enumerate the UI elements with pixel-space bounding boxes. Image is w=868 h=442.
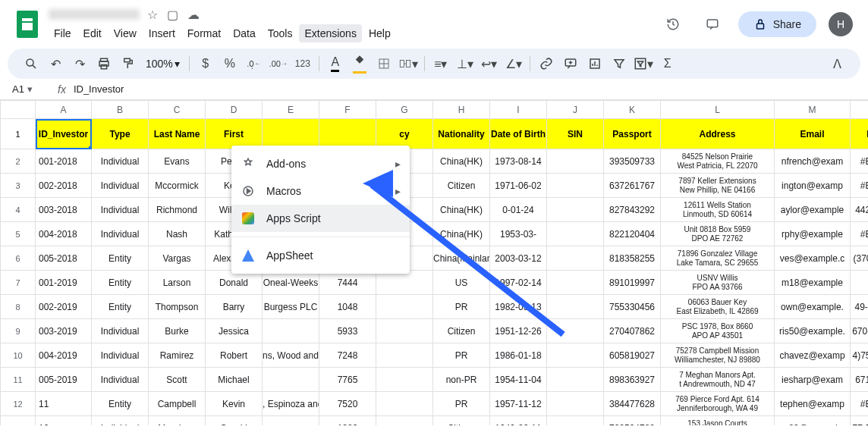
history-icon[interactable] (659, 11, 687, 38)
menu-extensions[interactable]: Extensions (299, 24, 361, 42)
cell[interactable]: 703594788 (604, 416, 661, 426)
functions-icon[interactable]: Σ (656, 52, 679, 75)
cell[interactable]: Individual (92, 416, 149, 426)
menu-apps-script[interactable]: Apps Script (231, 205, 410, 232)
cell[interactable] (547, 174, 604, 198)
cell[interactable]: own@example. (775, 295, 851, 319)
link-icon[interactable] (535, 52, 558, 75)
cell[interactable]: 1953-03- (490, 222, 547, 246)
cell[interactable]: 005-2019 (36, 368, 92, 392)
row-header[interactable]: 7 (1, 271, 36, 295)
wrap-icon[interactable]: ↩▾ (478, 52, 501, 75)
print-icon[interactable] (93, 52, 115, 75)
cell[interactable]: Mendoza (149, 416, 206, 426)
row-header[interactable]: 4 (1, 198, 36, 222)
cell[interactable]: Citizen (433, 416, 490, 426)
cell[interactable] (547, 368, 604, 392)
menu-file[interactable]: File (49, 24, 77, 42)
header-cell[interactable] (319, 119, 376, 149)
currency-format[interactable]: $ (194, 52, 217, 75)
cell[interactable] (547, 392, 604, 416)
name-box[interactable]: A1 ▾ (12, 83, 50, 95)
chart-icon[interactable] (583, 52, 606, 75)
cell[interactable]: Citizen (433, 319, 490, 343)
header-cell[interactable]: Nationality (433, 119, 490, 149)
cell[interactable]: Ramirez (149, 343, 206, 368)
cell[interactable]: 4)755-8721x6 (851, 343, 869, 368)
cell[interactable]: 1971-06-02 (490, 174, 547, 198)
cell[interactable]: Individual (92, 198, 149, 222)
cell[interactable] (376, 368, 433, 392)
cell[interactable]: Individual (92, 368, 149, 392)
cell[interactable]: 12611 Wells StationLinmouth, SD 60614 (661, 198, 775, 222)
cloud-icon[interactable]: ☁ (187, 8, 200, 22)
cell[interactable]: #ERROR! (851, 149, 869, 174)
cell[interactable]: Larson (149, 271, 206, 295)
more-formats[interactable]: 123 (291, 52, 314, 75)
row-header[interactable]: 10 (1, 343, 36, 368)
avatar[interactable]: H (829, 12, 853, 36)
cell[interactable]: 769 Pierce Ford Apt. 614Jenniferborough,… (661, 392, 775, 416)
col-header-H[interactable]: H (433, 101, 490, 119)
spreadsheet-grid[interactable]: ABCDEFGHIJKLMN 1ID_InvestorTypeLast Name… (0, 100, 868, 425)
cell[interactable]: 77-557-1599x (851, 416, 869, 426)
row-header[interactable]: 12 (1, 392, 36, 416)
header-cell[interactable]: ID_Investor (36, 119, 92, 149)
cell[interactable] (547, 319, 604, 343)
cell[interactable]: 1951-12-26 (490, 319, 547, 343)
cell[interactable] (263, 416, 319, 426)
menu-macros[interactable]: Macros ▸ (231, 177, 410, 205)
col-header-L[interactable]: L (661, 101, 775, 119)
cell[interactable]: Robert (206, 343, 263, 368)
cell[interactable]: Unit 0818 Box 5959DPO AE 72762 (661, 222, 775, 246)
cell[interactable]: 49-378-3044 (851, 295, 869, 319)
cell[interactable]: 270407862 (604, 319, 661, 343)
cell[interactable]: Oneal-Weeks (263, 271, 319, 295)
cell[interactable]: 827843292 (604, 198, 661, 222)
rotate-icon[interactable]: ∠▾ (502, 52, 525, 75)
font-color[interactable]: A (324, 52, 347, 75)
row-header[interactable]: 8 (1, 295, 36, 319)
cell[interactable]: Richmond (149, 198, 206, 222)
header-cell[interactable]: Date of Birth (490, 119, 547, 149)
cell[interactable]: Michael (206, 368, 263, 392)
menu-insert[interactable]: Insert (143, 24, 181, 42)
cell[interactable] (547, 198, 604, 222)
cell[interactable] (376, 295, 433, 319)
share-button[interactable]: Share (738, 11, 816, 37)
cell[interactable] (376, 343, 433, 368)
cell[interactable]: Evans (149, 149, 206, 174)
col-header-I[interactable]: I (490, 101, 547, 119)
cell[interactable]: 153 Jason CourtsNorth Kristy, NC 33500 (661, 416, 775, 426)
cell[interactable]: non-PR (433, 368, 490, 392)
cell[interactable]: nfrench@exam (775, 149, 851, 174)
row-header[interactable]: 13 (1, 416, 36, 426)
paint-format-icon[interactable] (117, 52, 140, 75)
cell[interactable]: 12 (36, 416, 92, 426)
cell[interactable]: 393509733 (604, 149, 661, 174)
header-cell[interactable]: Passport (604, 119, 661, 149)
col-header-A[interactable]: A (36, 101, 92, 119)
cell[interactable]: 891019997 (604, 271, 661, 295)
row-header[interactable]: 9 (1, 319, 36, 343)
cell[interactable]: ns, Wood and M (263, 343, 319, 368)
cell[interactable]: #ERROR! (851, 222, 869, 246)
cell[interactable]: 11 (36, 392, 92, 416)
sheets-logo[interactable] (12, 9, 42, 39)
star-icon[interactable]: ☆ (147, 8, 158, 22)
cell[interactable]: 1986-01-18 (490, 343, 547, 368)
cell[interactable]: Kevin (206, 392, 263, 416)
header-cell[interactable]: First (206, 119, 263, 149)
cell[interactable]: , Espinoza and L (263, 392, 319, 416)
cell[interactable]: 670-350-7931 (851, 319, 869, 343)
cell[interactable]: m18@example (775, 271, 851, 295)
doc-title[interactable] (49, 9, 140, 20)
header-cell[interactable]: Phone (851, 119, 869, 149)
header-cell[interactable]: Address (661, 119, 775, 149)
cell[interactable]: Citizen (433, 174, 490, 198)
cell[interactable]: 84525 Nelson PrairieWest Patricia, FL 22… (661, 149, 775, 174)
cell[interactable] (547, 295, 604, 319)
cell[interactable]: 822120404 (604, 222, 661, 246)
cell[interactable]: 1982-05-13 (490, 295, 547, 319)
cell[interactable]: USNV WillisFPO AA 93766 (661, 271, 775, 295)
